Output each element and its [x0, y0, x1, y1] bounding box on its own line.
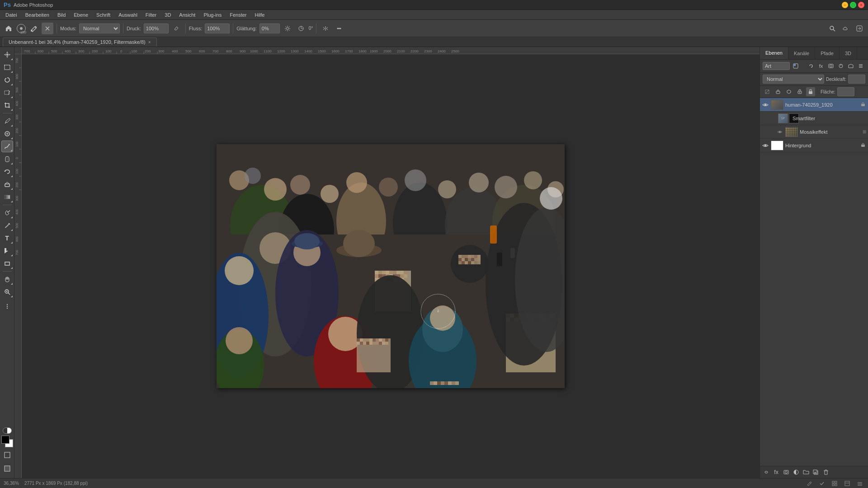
brush-mode-button[interactable] — [28, 23, 40, 34]
layer-visibility-main[interactable] — [762, 101, 769, 108]
add-style-button[interactable]: fx — [772, 468, 781, 477]
healing-mode-button[interactable] — [42, 23, 53, 34]
color-swatches[interactable] — [1, 436, 13, 447]
menu-bild[interactable]: Bild — [54, 11, 69, 19]
extra-button[interactable] — [333, 23, 345, 34]
fluss-input[interactable] — [205, 23, 230, 33]
foreground-color-swatch[interactable] — [1, 436, 9, 444]
add-group-button[interactable] — [802, 468, 811, 477]
lock-image-button[interactable] — [774, 87, 783, 96]
tool-shape[interactable] — [1, 258, 13, 269]
symmetry-button[interactable] — [320, 23, 331, 34]
view-mode-normal[interactable] — [1, 449, 13, 461]
close-button[interactable]: × — [858, 2, 864, 8]
tool-pen[interactable] — [1, 220, 13, 231]
menu-filter[interactable]: Filter — [142, 11, 160, 19]
add-adjustment-button[interactable] — [792, 468, 801, 477]
menu-ebene[interactable]: Ebene — [70, 11, 92, 19]
tool-gradient[interactable] — [1, 191, 13, 203]
menu-bearbeiten[interactable]: Bearbeiten — [22, 11, 53, 19]
canvas-area[interactable]: 700600500 400300200 1000100 200300400 50… — [14, 47, 760, 478]
tool-move[interactable] — [1, 49, 13, 61]
layer-visibility-smartfilter[interactable] — [769, 115, 776, 122]
tab-3d[interactable]: 3D — [840, 47, 857, 59]
more-options-button[interactable] — [856, 61, 865, 70]
tool-dodge[interactable] — [1, 207, 13, 219]
tab-kanaele[interactable]: Kanäle — [788, 47, 815, 59]
druck-options-button[interactable] — [170, 23, 182, 34]
tab-close-button[interactable]: × — [148, 40, 151, 45]
status-layout-button[interactable] — [843, 479, 852, 488]
share-button[interactable] — [854, 23, 865, 34]
tool-eraser[interactable] — [1, 178, 13, 190]
tool-hand[interactable] — [1, 273, 13, 285]
menu-hilfe[interactable]: Hilfe — [251, 11, 268, 19]
layer-item-smartfilter[interactable]: SF Smartfilter — [760, 112, 868, 125]
window-controls[interactable]: − □ × — [842, 2, 864, 8]
fill-input[interactable]: 100% — [837, 87, 854, 96]
menu-plugins[interactable]: Plug-ins — [200, 11, 225, 19]
menu-datei[interactable]: Datei — [2, 11, 21, 19]
layer-visibility-hintergrund[interactable] — [762, 142, 769, 149]
quick-mask-icon[interactable] — [3, 427, 12, 434]
menu-schrift[interactable]: Schrift — [93, 11, 114, 19]
home-button[interactable] — [3, 23, 14, 34]
view-mode-fullscreen[interactable] — [1, 463, 13, 474]
tool-eyedropper[interactable] — [1, 115, 13, 127]
blend-mode-select[interactable]: Normal — [763, 75, 824, 84]
glaettung-input[interactable] — [259, 23, 280, 33]
menu-ansicht[interactable]: Ansicht — [175, 11, 199, 19]
tool-select-rect[interactable] — [1, 61, 13, 73]
opacity-input[interactable]: 100% — [848, 75, 865, 84]
tool-clone[interactable] — [1, 153, 13, 165]
tool-path-select[interactable] — [1, 245, 13, 257]
cloud-button[interactable] — [840, 23, 852, 34]
add-mask-bottom-button[interactable] — [782, 468, 791, 477]
tool-text[interactable]: T — [1, 232, 13, 244]
status-correct-button[interactable] — [817, 479, 826, 488]
menu-fenster[interactable]: Fenster — [226, 11, 250, 19]
document-tab[interactable]: Unbenannt-1 bei 36,4% (human-740259_1920… — [3, 38, 157, 47]
modus-select[interactable]: Normal Auflösen — [79, 23, 120, 33]
druck-input[interactable] — [144, 23, 169, 33]
search-button[interactable] — [826, 23, 838, 34]
layer-group-button[interactable] — [846, 61, 855, 70]
tool-healing[interactable] — [1, 128, 13, 140]
layer-item-mosaikeffekt[interactable]: Mosaikeffekt ⊞ — [760, 125, 868, 139]
tool-lasso[interactable] — [1, 74, 13, 86]
angle-button[interactable] — [295, 23, 307, 34]
tool-object-select[interactable] — [1, 87, 13, 99]
menu-3d[interactable]: 3D — [161, 11, 175, 19]
canvas-image[interactable] — [217, 144, 565, 388]
tool-history[interactable] — [1, 166, 13, 178]
layer-item-hintergrund[interactable]: Hintergrund — [760, 139, 868, 152]
layer-mask-button[interactable] — [826, 61, 835, 70]
status-layers-button[interactable] — [855, 479, 864, 488]
tool-more[interactable] — [1, 300, 13, 312]
lock-all-button[interactable] — [806, 87, 815, 96]
maximize-button[interactable]: □ — [850, 2, 856, 8]
lock-transparent-button[interactable] — [763, 87, 772, 96]
layer-link-button[interactable] — [807, 61, 816, 70]
menu-auswahl[interactable]: Auswahl — [115, 11, 141, 19]
tool-crop[interactable] — [1, 99, 13, 111]
tab-pfade[interactable]: Pfade — [815, 47, 840, 59]
glaettung-settings-button[interactable] — [282, 23, 293, 34]
layer-type-filter[interactable] — [791, 61, 800, 70]
layer-adjustment-button[interactable] — [836, 61, 845, 70]
status-edit-button[interactable] — [805, 479, 814, 488]
layer-visibility-mosaikeffekt[interactable] — [776, 128, 783, 136]
link-layers-button[interactable] — [762, 468, 771, 477]
layer-effects-button[interactable]: fx — [816, 61, 826, 70]
lock-position-button[interactable] — [795, 87, 804, 96]
layer-item-main[interactable]: human-740259_1920 — [760, 98, 868, 112]
layer-search-input[interactable] — [763, 62, 790, 70]
minimize-button[interactable]: − — [842, 2, 848, 8]
status-grid-button[interactable] — [830, 479, 839, 488]
delete-layer-button[interactable] — [821, 468, 830, 477]
tab-ebenen[interactable]: Ebenen — [760, 47, 788, 59]
add-layer-button[interactable] — [811, 468, 821, 477]
tool-brush[interactable] — [1, 141, 13, 152]
canvas-container[interactable] — [22, 54, 760, 478]
tool-zoom[interactable] — [1, 286, 13, 298]
